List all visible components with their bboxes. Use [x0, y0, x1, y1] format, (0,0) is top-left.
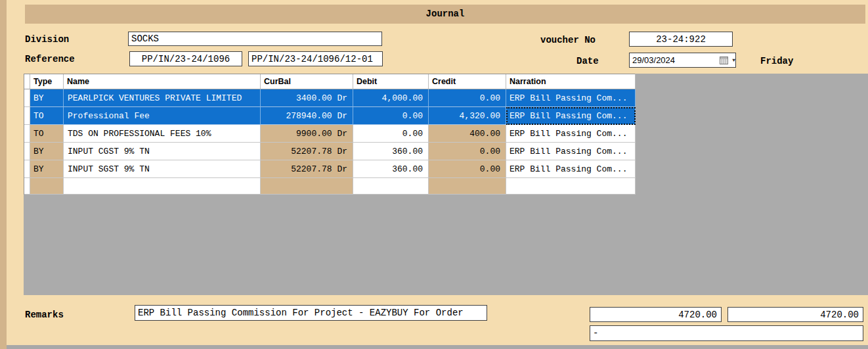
date-value: 29/03/2024	[630, 55, 717, 65]
row-selector[interactable]	[24, 160, 30, 178]
date-picker[interactable]: 29/03/2024 ▼	[629, 53, 736, 68]
cell-credit[interactable]: 0.00	[429, 160, 506, 178]
reference-label: Reference	[25, 54, 75, 64]
cell-type[interactable]: BY	[30, 143, 64, 160]
page-title: Journal	[25, 5, 865, 24]
remarks-input[interactable]	[135, 305, 487, 321]
table-row[interactable]: TO TDS ON PROFESSIONAL FEES 10% 9900.00 …	[24, 125, 635, 143]
table-row[interactable]: BY INPUT SGST 9% TN 52207.78 Dr 360.00 0…	[24, 160, 635, 178]
cell-debit[interactable]: 0.00	[353, 125, 429, 143]
cell-credit[interactable]: 400.00	[429, 125, 506, 143]
cell-debit[interactable]	[353, 178, 429, 195]
voucher-no-label: voucher No	[540, 35, 596, 45]
cell-narration[interactable]: ERP Bill Passing Com...	[506, 89, 636, 107]
cell-type[interactable]: BY	[30, 89, 64, 107]
division-label: Division	[25, 34, 69, 45]
note-field[interactable]	[590, 325, 863, 341]
cell-narration[interactable]: ERP Bill Passing Com...	[506, 143, 636, 160]
credit-total-field[interactable]	[727, 307, 863, 322]
col-header-curbal: CurBal	[261, 74, 353, 89]
row-selector[interactable]	[24, 89, 30, 107]
cell-curbal[interactable]: 9900.00 Dr	[261, 125, 353, 143]
reference-input-2[interactable]	[248, 51, 383, 66]
cell-type[interactable]: BY	[30, 160, 64, 178]
table-row[interactable]: BY PEARLPICK VENTURES PRIVATE LIMITED 34…	[24, 89, 635, 107]
col-header-name: Name	[64, 74, 261, 89]
window-left-edge	[0, 0, 7, 349]
cell-curbal[interactable]: 52207.78 Dr	[261, 143, 353, 160]
debit-total-field[interactable]	[590, 307, 722, 322]
date-label: Date	[576, 56, 599, 66]
table-row[interactable]: BY INPUT CGST 9% TN 52207.78 Dr 360.00 0…	[24, 143, 635, 160]
col-header-type: Type	[30, 74, 64, 89]
cell-type[interactable]: TO	[30, 107, 64, 125]
calendar-icon[interactable]	[717, 55, 730, 66]
division-input[interactable]	[128, 32, 382, 46]
row-selector[interactable]	[24, 125, 30, 143]
cell-name[interactable]: INPUT CGST 9% TN	[64, 143, 261, 160]
cell-curbal[interactable]: 52207.78 Dr	[261, 160, 353, 178]
col-header-narration: Narration	[506, 74, 636, 89]
cell-narration-focused[interactable]: ERP Bill Passing Com...	[506, 107, 636, 125]
col-header-debit: Debit	[353, 74, 429, 89]
cell-name[interactable]: TDS ON PROFESSIONAL FEES 10%	[64, 125, 261, 143]
cell-type[interactable]	[30, 178, 64, 195]
row-selector-header	[24, 74, 30, 89]
cell-debit[interactable]: 0.00	[353, 107, 429, 125]
cell-credit[interactable]: 0.00	[429, 89, 506, 107]
row-selector[interactable]	[24, 143, 30, 160]
cell-curbal[interactable]: 3400.00 Dr	[261, 89, 353, 107]
cell-name[interactable]: INPUT SGST 9% TN	[64, 160, 261, 178]
cell-credit[interactable]: 4,320.00	[429, 107, 506, 125]
cell-debit[interactable]: 4,000.00	[353, 89, 429, 107]
col-header-credit: Credit	[429, 74, 506, 89]
row-selector[interactable]	[24, 178, 30, 195]
table-row[interactable]: TO Professional Fee 278940.00 Dr 0.00 4,…	[24, 107, 635, 125]
window-bottom-edge	[7, 345, 868, 349]
cell-type[interactable]: TO	[30, 125, 64, 143]
cell-narration[interactable]: ERP Bill Passing Com...	[506, 160, 636, 178]
cell-name[interactable]	[64, 178, 261, 195]
cell-debit[interactable]: 360.00	[353, 160, 429, 178]
cell-credit[interactable]	[429, 178, 506, 195]
grid-panel: Type Name CurBal Debit Credit Narration …	[24, 74, 868, 295]
day-name-label: Friday	[760, 56, 793, 66]
table-header-row: Type Name CurBal Debit Credit Narration	[24, 74, 635, 89]
table-row-empty[interactable]	[24, 178, 635, 195]
cell-name[interactable]: PEARLPICK VENTURES PRIVATE LIMITED	[64, 89, 261, 107]
chevron-down-icon[interactable]: ▼	[731, 57, 735, 63]
cell-credit[interactable]: 0.00	[429, 143, 506, 160]
cell-narration[interactable]	[506, 178, 636, 195]
journal-table: Type Name CurBal Debit Credit Narration …	[24, 74, 635, 195]
cell-curbal[interactable]: 278940.00 Dr	[261, 107, 353, 125]
row-selector[interactable]	[24, 107, 30, 125]
remarks-label: Remarks	[25, 310, 64, 320]
voucher-no-input[interactable]	[629, 32, 733, 47]
cell-debit[interactable]: 360.00	[353, 143, 429, 160]
cell-curbal[interactable]	[261, 178, 353, 195]
cell-narration[interactable]: ERP Bill Passing Com...	[506, 125, 636, 143]
cell-name[interactable]: Professional Fee	[64, 107, 261, 125]
reference-input-1[interactable]	[129, 51, 242, 66]
